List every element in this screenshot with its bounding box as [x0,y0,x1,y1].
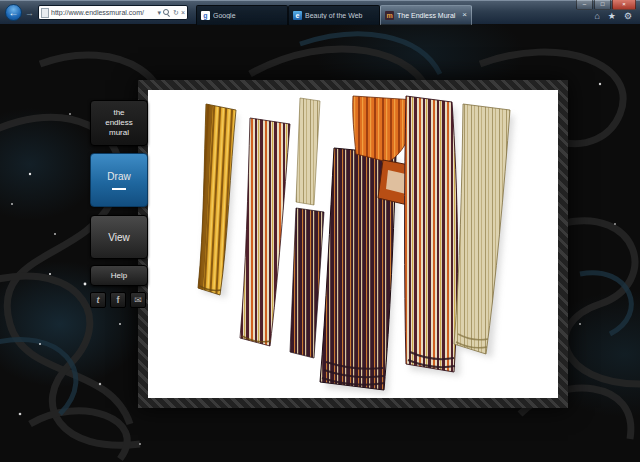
address-dropdown-icon[interactable]: ▾ [158,9,162,16]
stop-icon[interactable]: × [181,9,185,16]
logo-button[interactable]: the endless mural [90,100,148,146]
maximize-button[interactable]: □ [594,0,611,10]
minimize-button[interactable]: – [576,0,593,10]
endless-mural-favicon: m [385,11,394,20]
back-button[interactable]: ← [5,4,22,21]
forward-button[interactable]: → [25,8,34,18]
email-button[interactable]: ✉ [130,292,146,308]
tab-beauty-of-the-web[interactable]: e Beauty of the Web [288,5,380,25]
sidebar: the endless mural Draw View Help t f [90,100,148,308]
minimize-icon: – [583,1,586,7]
browser-chrome: ← → http://www.endlessmural.com/ ▾ ↻ × g… [0,0,640,24]
close-icon: × [622,1,626,7]
tab-close-icon[interactable]: × [462,11,467,19]
google-favicon: g [201,11,210,20]
close-button[interactable]: × [612,0,636,10]
twitter-icon: t [97,295,100,305]
site-logo-text: the endless mural [101,108,137,138]
nav-draw-label: Draw [107,171,130,182]
nav-draw-button[interactable]: Draw [90,153,148,207]
twitter-button[interactable]: t [90,292,106,308]
page-content: the endless mural Draw View Help t f [0,24,640,462]
url-text: http://www.endlessmural.com/ [51,9,156,16]
browser-toolbar-icons: ⌂ ★ ⚙ [594,12,632,21]
tab-bar: g Google e Beauty of the Web m The Endle… [196,1,472,25]
tab-label: Beauty of the Web [305,12,375,19]
drawing-canvas[interactable] [148,90,558,398]
nav-view-button[interactable]: View [90,215,148,259]
active-tab-indicator [112,188,126,190]
search-icon[interactable] [163,9,171,17]
favorites-star-icon[interactable]: ★ [608,12,616,21]
facebook-icon: f [117,295,120,305]
refresh-icon[interactable]: ↻ [173,9,179,16]
nav-help-label: Help [111,271,127,280]
home-icon[interactable]: ⌂ [594,12,599,21]
nav-view-label: View [108,232,130,243]
tab-label: The Endless Mural [397,12,459,19]
address-bar[interactable]: http://www.endlessmural.com/ ▾ ↻ × [38,5,188,20]
email-icon: ✉ [134,295,142,305]
nav-help-button[interactable]: Help [90,265,148,286]
settings-gear-icon[interactable]: ⚙ [624,12,632,21]
facebook-button[interactable]: f [110,292,126,308]
window-controls: – □ × [576,0,636,10]
site-page-icon [41,8,49,18]
canvas-frame [138,80,568,408]
maximize-icon: □ [601,1,605,7]
forward-icon: → [25,8,34,18]
social-links: t f ✉ [90,292,148,308]
tab-endless-mural[interactable]: m The Endless Mural × [380,5,472,25]
browser-window: ← → http://www.endlessmural.com/ ▾ ↻ × g… [0,0,640,462]
tab-label: Google [213,12,283,19]
beauty-favicon: e [293,11,302,20]
back-icon: ← [9,7,19,18]
tab-google[interactable]: g Google [196,5,288,25]
mural-artwork [148,90,558,398]
